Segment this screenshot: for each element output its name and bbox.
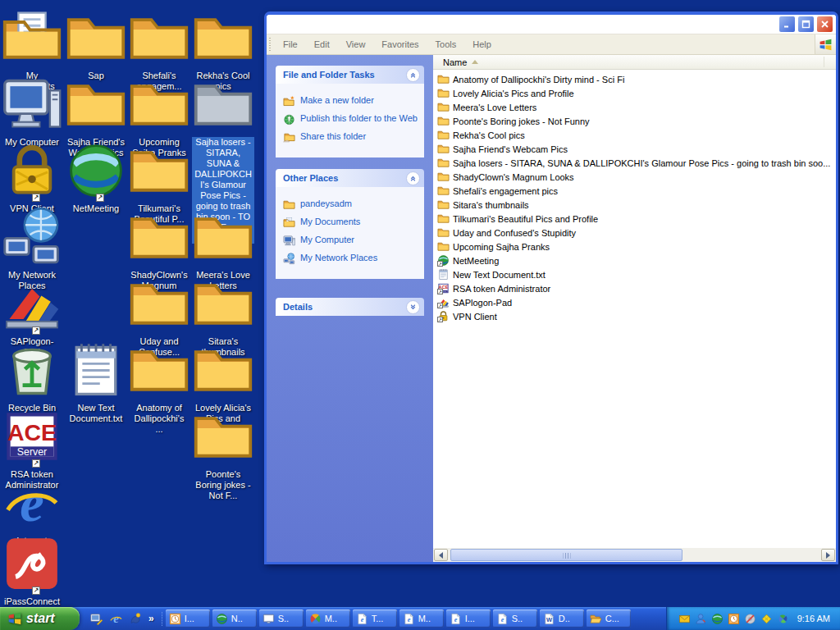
section-header-file-and-folder-tasks[interactable]: File and Folder Tasks <box>276 66 424 84</box>
file-row-anatomy-of-dallipockhi-s-dirty-mind-sci-fi[interactable]: Anatomy of Dallipockhi's Dirty mind - Sc… <box>433 72 836 86</box>
tray-mail-icon[interactable] <box>678 613 691 625</box>
taskbar-button-9[interactable]: WD.. <box>540 609 584 628</box>
file-row-tilkumari-s-beautiful-pics-and-profile[interactable]: Tilkumari's Beautiful Pics and Profile <box>433 212 836 226</box>
menu: FileEditViewFavoritesToolsHelp <box>275 36 815 52</box>
task-link-publish-this-folder-to-the-web[interactable]: Publish this folder to the Web <box>283 113 421 126</box>
taskbar-button-2[interactable]: N.. <box>212 609 257 628</box>
file-row-poonte-s-boring-jokes-not-funny[interactable]: Poonte's Boring jokes - Not Funny <box>433 114 836 128</box>
tray-netmeeting-icon[interactable] <box>711 613 724 625</box>
task-link-my-network-places[interactable]: My Network Places <box>283 253 421 265</box>
menu-view[interactable]: View <box>338 36 374 52</box>
task-link-make-a-new-folder[interactable]: Make a new folder <box>283 95 421 107</box>
task-link-pandeysadm[interactable]: pandeysadm <box>283 199 421 211</box>
ie-doc-icon: e <box>403 613 415 625</box>
folder-icon <box>65 7 127 69</box>
quick-launch-overflow-chevron[interactable]: » <box>148 613 154 624</box>
clock[interactable]: 9:16 AM <box>797 614 830 623</box>
toolbar-grip-icon[interactable] <box>268 38 272 52</box>
file-row-saplogon-pad[interactable]: ↗SAPlogon-Pad <box>433 295 836 309</box>
folder-icon <box>437 212 450 225</box>
file-row-netmeeting[interactable]: ↗NetMeeting <box>433 253 836 267</box>
tray-muted-icon[interactable] <box>744 613 756 625</box>
file-row-sitara-s-thumbnails[interactable]: Sitara's thumbnails <box>433 198 836 212</box>
desktop-icon-netmeeting[interactable]: ↗NetMeeting <box>65 139 127 214</box>
scroll-right-button[interactable] <box>821 549 835 561</box>
tray-ipass-diamond-icon[interactable] <box>760 613 773 625</box>
taskbar-button-label: T... <box>372 614 384 623</box>
column-header-name[interactable]: Name <box>433 55 836 70</box>
taskbar-button-7[interactable]: eI... <box>446 609 491 628</box>
task-link-share-this-folder[interactable]: Share this folder <box>283 131 421 144</box>
menu-help[interactable]: Help <box>464 36 500 52</box>
file-row-new-text-document-txt[interactable]: New Text Document.txt <box>433 267 836 281</box>
svg-text:e: e <box>407 615 410 623</box>
file-row-sajha-friend-s-webcam-pics[interactable]: Sajha Friend's Webcam Pics <box>433 142 836 156</box>
column-header-label: Name <box>443 57 467 67</box>
tray-pinwheel-icon[interactable] <box>777 613 789 625</box>
file-row-rekha-s-cool-pics[interactable]: Rekha's Cool pics <box>433 128 836 142</box>
minimize-button[interactable] <box>778 16 796 33</box>
expand-button[interactable] <box>406 300 420 314</box>
maximize-button[interactable] <box>797 16 815 33</box>
desktop-icon-vpn-client[interactable]: ↗VPN Client <box>1 139 63 214</box>
file-row-lovely-alicia-s-pics-and-profile[interactable]: Lovely Alicia's Pics and Profile <box>433 86 836 100</box>
scrollbar-thumb[interactable] <box>450 549 682 561</box>
file-row-vpn-client[interactable]: ↗VPN Client <box>433 309 836 323</box>
file-row-shefali-s-engagement-pics[interactable]: Shefali's engagement pics <box>433 184 836 198</box>
text-doc-icon <box>65 339 127 401</box>
taskbar-button-1[interactable]: I... <box>166 609 210 628</box>
desktop-icon-poonte-s-boring-jokes-not-f[interactable]: Poonte's Boring jokes - Not F... <box>192 405 254 501</box>
file-row-meera-s-love-letters[interactable]: Meera's Love Letters <box>433 100 836 114</box>
file-list: Anatomy of Dallipockhi's Dirty mind - Sc… <box>433 70 836 548</box>
menu-edit[interactable]: Edit <box>306 36 338 52</box>
section-header-other-places[interactable]: Other Places <box>276 169 424 187</box>
msn-icon <box>309 613 322 625</box>
taskbar-button-8[interactable]: eS.. <box>493 609 537 628</box>
my-documents-icon <box>283 217 295 229</box>
taskbar-button-3[interactable]: S.. <box>259 609 304 628</box>
folder-gray-icon <box>192 73 254 135</box>
desktop-icon-recycle-bin[interactable]: Recycle Bin <box>1 339 63 413</box>
file-row-upcoming-sajha-pranks[interactable]: Upcoming Sajha Pranks <box>433 240 836 253</box>
taskbar-button-6[interactable]: eM.. <box>399 609 444 628</box>
taskbar-button-4[interactable]: M.. <box>306 609 350 628</box>
section-body: pandeysadmMy DocumentsMy ComputerMy Netw… <box>276 187 424 279</box>
quick-launch-show-desktop[interactable] <box>89 612 103 626</box>
file-row-rsa-token-administrator[interactable]: ACEServer↗RSA token Administrator <box>433 281 836 295</box>
taskbar-button-10[interactable]: C... <box>587 609 631 628</box>
scroll-left-button[interactable] <box>434 549 448 561</box>
tray-user-icon[interactable] <box>695 613 707 625</box>
desktop-icon-new-text-document-txt[interactable]: New Text Document.txt <box>65 339 127 424</box>
taskbar-button-5[interactable]: eT... <box>353 609 397 628</box>
tray-tray-clock-icon[interactable] <box>728 613 740 625</box>
menu-tools[interactable]: Tools <box>427 36 465 52</box>
menu-file[interactable]: File <box>275 36 306 52</box>
collapse-button[interactable] <box>406 68 420 82</box>
scrollbar-track[interactable] <box>449 549 820 561</box>
my-computer-icon <box>1 73 63 135</box>
file-row-sajha-losers-sitara-suna-dallipokchi-s-gla[interactable]: Sajha losers - SITARA, SUNA & DALLIPOKCH… <box>433 156 836 170</box>
file-row-uday-and-confused-s-stupidity[interactable]: Uday and Confused's Stupidity <box>433 226 836 240</box>
desktop-icon-ipassconnect[interactable]: ↗iPassConnect <box>1 532 63 607</box>
quick-launch-internet-explorer[interactable]: e <box>109 612 123 626</box>
folder-icon <box>437 143 450 155</box>
quick-launch-messenger[interactable] <box>129 612 143 626</box>
file-name: Sajha losers - SITARA, SUNA & DALLIPOKCH… <box>453 158 830 168</box>
start-button[interactable]: start <box>0 607 80 630</box>
my-computer-icon <box>283 235 295 247</box>
task-link-my-computer[interactable]: My Computer <box>283 235 421 247</box>
ie-doc-icon: e <box>450 613 462 625</box>
collapse-button[interactable] <box>406 171 420 185</box>
task-link-my-documents[interactable]: My Documents <box>283 217 421 229</box>
desktop-icon-sap[interactable]: Sap <box>65 7 127 81</box>
desktop-icon-anatomy-of-dallipockhi-s[interactable]: Anatomy of Dallipockhi's ... <box>128 339 190 435</box>
desktop-icon-my-computer[interactable]: My Computer <box>1 73 63 148</box>
folder-icon <box>283 199 295 211</box>
file-row-shadyclown-s-magnum-looks[interactable]: ShadyClown's Magnum Looks <box>433 170 836 184</box>
section-header-details[interactable]: Details <box>276 298 424 316</box>
section-title: Details <box>283 302 313 312</box>
title-bar[interactable] <box>267 15 836 34</box>
desktop-icon-label: Poonte's Boring jokes - Not F... <box>192 469 254 501</box>
menu-favorites[interactable]: Favorites <box>373 36 427 52</box>
close-button[interactable] <box>816 16 833 33</box>
